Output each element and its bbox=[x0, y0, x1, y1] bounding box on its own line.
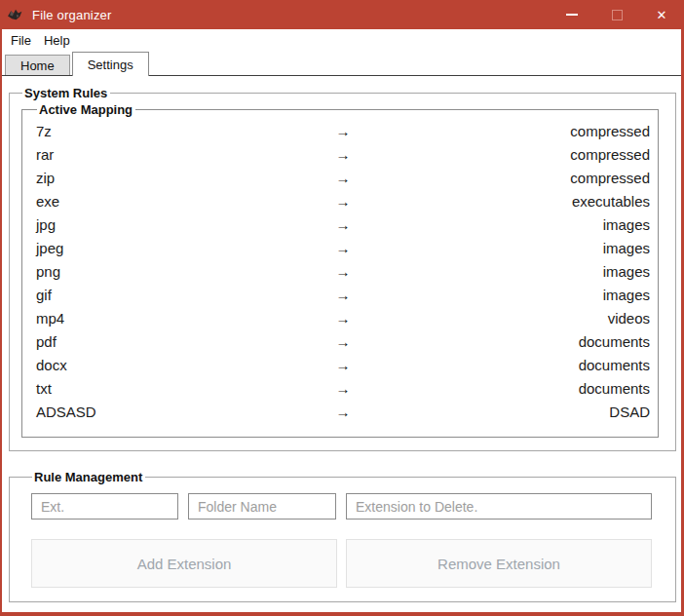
mapping-category: compressed bbox=[351, 170, 651, 186]
mapping-category: videos bbox=[351, 310, 651, 327]
mapping-row[interactable]: pdf → documents bbox=[36, 329, 650, 353]
app-icon bbox=[7, 7, 23, 23]
mapping-row[interactable]: exe → executables bbox=[36, 189, 650, 212]
mapping-extension: png bbox=[36, 263, 336, 280]
window-controls: ✕ bbox=[550, 0, 684, 29]
mapping-extension: jpeg bbox=[36, 240, 336, 256]
tab-home[interactable]: Home bbox=[5, 55, 70, 76]
mapping-row[interactable]: jpg → images bbox=[36, 212, 650, 236]
maximize-icon bbox=[612, 10, 623, 20]
mapping-extension: 7z bbox=[36, 123, 336, 139]
mapping-row[interactable]: mp4 → videos bbox=[36, 306, 650, 329]
folder-name-input[interactable] bbox=[188, 493, 336, 520]
mapping-category: compressed bbox=[351, 123, 651, 139]
active-mapping-label: Active Mapping bbox=[37, 102, 135, 117]
menu-help[interactable]: Help bbox=[38, 30, 76, 51]
mapping-row[interactable]: ADSASD → DSAD bbox=[36, 400, 650, 423]
mapping-extension: gif bbox=[36, 287, 336, 303]
mapping-category: compressed bbox=[351, 146, 651, 163]
mapping-category: documents bbox=[351, 333, 651, 350]
titlebar[interactable]: File organizer ✕ bbox=[0, 0, 684, 29]
add-extension-button[interactable]: Add Extension bbox=[31, 539, 337, 588]
mapping-extension: pdf bbox=[36, 333, 336, 350]
mapping-category: images bbox=[351, 287, 651, 303]
close-button[interactable]: ✕ bbox=[639, 0, 684, 29]
rule-management-group: Rule Management Add Extension Remove Ext… bbox=[9, 470, 676, 602]
mapping-list: 7z → compressed rar → compressed zip bbox=[36, 119, 650, 423]
arrow-right-icon: → bbox=[336, 380, 351, 397]
extension-input[interactable] bbox=[31, 493, 178, 520]
mapping-row[interactable]: docx → documents bbox=[36, 353, 650, 376]
mapping-extension: mp4 bbox=[36, 310, 336, 327]
mapping-category: documents bbox=[351, 380, 651, 397]
minimize-button[interactable] bbox=[550, 0, 594, 29]
mapping-category: DSAD bbox=[351, 404, 651, 420]
maximize-button[interactable] bbox=[594, 0, 639, 29]
mapping-row[interactable]: rar → compressed bbox=[36, 142, 650, 166]
arrow-right-icon: → bbox=[336, 123, 351, 139]
menu-file[interactable]: File bbox=[5, 30, 37, 51]
tab-settings[interactable]: Settings bbox=[72, 52, 149, 76]
system-rules-label: System Rules bbox=[22, 86, 110, 100]
close-icon: ✕ bbox=[657, 8, 667, 22]
rule-inputs-row bbox=[31, 493, 652, 520]
mapping-category: documents bbox=[351, 357, 651, 373]
settings-page: System Rules Active Mapping 7z → compres… bbox=[2, 76, 681, 612]
extension-to-delete-input[interactable] bbox=[346, 493, 652, 520]
mapping-extension: ADSASD bbox=[36, 404, 336, 420]
window-title: File organizer bbox=[32, 8, 550, 22]
mapping-extension: exe bbox=[36, 193, 336, 210]
mapping-row[interactable]: png → images bbox=[36, 259, 650, 283]
rule-buttons-row: Add Extension Remove Extension bbox=[31, 539, 652, 588]
tabbar: Home Settings bbox=[2, 52, 681, 76]
minimize-icon bbox=[566, 14, 578, 16]
mapping-category: images bbox=[351, 240, 651, 256]
arrow-right-icon: → bbox=[336, 216, 351, 233]
menubar: File Help bbox=[2, 29, 681, 52]
mapping-category: executables bbox=[351, 193, 651, 210]
mapping-row[interactable]: jpeg → images bbox=[36, 236, 650, 259]
arrow-right-icon: → bbox=[336, 170, 351, 186]
active-mapping-group: Active Mapping 7z → compressed rar → bbox=[21, 102, 659, 438]
arrow-right-icon: → bbox=[336, 357, 351, 373]
arrow-right-icon: → bbox=[336, 146, 351, 163]
remove-extension-button[interactable]: Remove Extension bbox=[346, 539, 652, 588]
rule-management-label: Rule Management bbox=[32, 470, 145, 484]
system-rules-group: System Rules Active Mapping 7z → compres… bbox=[9, 86, 676, 451]
mapping-category: images bbox=[351, 216, 651, 233]
arrow-right-icon: → bbox=[336, 310, 351, 327]
mapping-row[interactable]: gif → images bbox=[36, 283, 650, 306]
arrow-right-icon: → bbox=[336, 404, 351, 420]
mapping-row[interactable]: 7z → compressed bbox=[36, 119, 650, 142]
mapping-category: images bbox=[351, 263, 651, 280]
app-window: File organizer ✕ File Help Home Settings… bbox=[0, 0, 684, 616]
mapping-extension: docx bbox=[36, 357, 336, 373]
mapping-row[interactable]: zip → compressed bbox=[36, 166, 650, 189]
mapping-extension: txt bbox=[36, 380, 336, 397]
arrow-right-icon: → bbox=[336, 333, 351, 350]
arrow-right-icon: → bbox=[336, 263, 351, 280]
mapping-row[interactable]: txt → documents bbox=[36, 376, 650, 400]
arrow-right-icon: → bbox=[336, 287, 351, 303]
mapping-extension: rar bbox=[36, 146, 336, 163]
mapping-extension: jpg bbox=[36, 216, 336, 233]
mapping-extension: zip bbox=[36, 170, 336, 186]
arrow-right-icon: → bbox=[336, 240, 351, 256]
arrow-right-icon: → bbox=[336, 193, 351, 210]
